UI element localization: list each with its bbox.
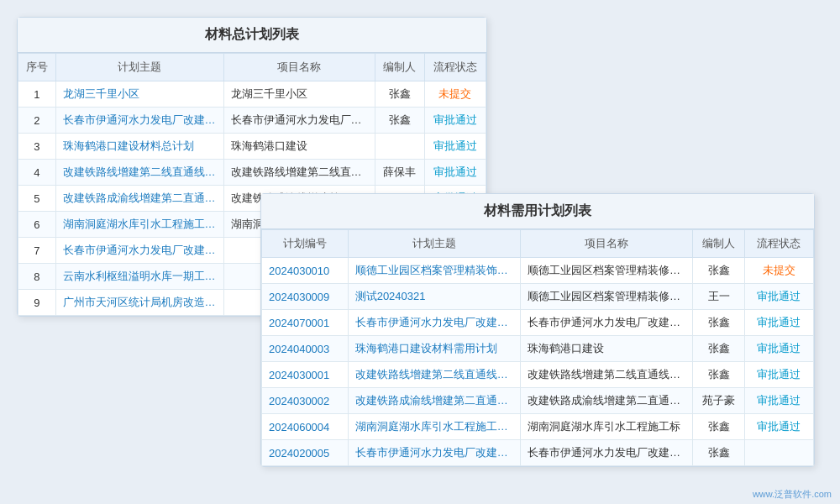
need-plan-table: 材料需用计划列表 计划编号 计划主题 项目名称 编制人 流程状态 2024030… <box>260 193 815 467</box>
cell-plan-no[interactable]: 2024070001 <box>262 310 349 336</box>
cell-theme2[interactable]: 长春市伊通河水力发电厂改建工程合... <box>348 310 520 336</box>
cell-seq: 8 <box>18 264 56 290</box>
cell-theme2[interactable]: 测试20240321 <box>348 284 520 310</box>
table-row[interactable]: 2024030002 改建铁路成渝线增建第二直通线（成... 改建铁路成渝线增建… <box>262 388 814 414</box>
cell-theme[interactable]: 长春市伊通河水力发电厂改建工程材料总计划 <box>55 238 223 264</box>
col-seq: 序号 <box>18 54 56 81</box>
cell-editor2: 张鑫 <box>693 258 745 284</box>
cell-plan-no[interactable]: 2024060004 <box>262 414 349 440</box>
cell-status2: 审批通过 <box>744 310 813 336</box>
cell-project: 改建铁路线增建第二线直通线（... <box>223 160 375 186</box>
cell-status2: 未提交 <box>744 258 813 284</box>
cell-theme2[interactable]: 湖南洞庭湖水库引水工程施工标材... <box>348 414 520 440</box>
cell-project2: 长春市伊通河水力发电厂改建工程 <box>520 310 692 336</box>
cell-plan-no[interactable]: 2024020005 <box>262 440 349 466</box>
cell-theme2[interactable]: 改建铁路成渝线增建第二直通线（成... <box>348 388 520 414</box>
cell-status2 <box>744 440 813 466</box>
cell-project2: 顺德工业园区档案管理精装修工程（... <box>520 258 692 284</box>
cell-editor: 张鑫 <box>375 108 424 134</box>
cell-editor2: 张鑫 <box>693 362 745 388</box>
cell-editor: 张鑫 <box>375 81 424 108</box>
cell-status2: 审批通过 <box>744 284 813 310</box>
cell-status2: 审批通过 <box>744 362 813 388</box>
need-plan-data-table: 计划编号 计划主题 项目名称 编制人 流程状态 2024030010 顺德工业园… <box>261 229 814 466</box>
cell-theme2[interactable]: 顺德工业园区档案管理精装饰工程（... <box>348 258 520 284</box>
watermark-brand: 泛普软件 <box>774 489 811 499</box>
table-row[interactable]: 1 龙湖三千里小区 龙湖三千里小区 张鑫 未提交 <box>18 81 486 108</box>
table-row[interactable]: 2024030009 测试20240321 顺德工业园区档案管理精装修工程（..… <box>262 284 814 310</box>
total-plan-header-row: 序号 计划主题 项目名称 编制人 流程状态 <box>18 54 486 81</box>
cell-seq: 6 <box>18 212 56 238</box>
col-editor2: 编制人 <box>693 230 745 258</box>
cell-seq: 4 <box>18 160 56 186</box>
cell-theme2[interactable]: 珠海鹤港口建设材料需用计划 <box>348 336 520 362</box>
col-status: 流程状态 <box>424 54 486 81</box>
col-plan-no: 计划编号 <box>262 230 349 258</box>
cell-theme[interactable]: 云南水利枢纽溢明水库一期工程施工标材料... <box>55 264 223 290</box>
cell-project: 珠海鹤港口建设 <box>223 134 375 160</box>
cell-editor: 薛保丰 <box>375 160 424 186</box>
table-row[interactable]: 2024030010 顺德工业园区档案管理精装饰工程（... 顺德工业园区档案管… <box>262 258 814 284</box>
cell-editor2: 张鑫 <box>693 414 745 440</box>
cell-status: 审批通过 <box>424 108 486 134</box>
table-row[interactable]: 2024070001 长春市伊通河水力发电厂改建工程合... 长春市伊通河水力发… <box>262 310 814 336</box>
table-row[interactable]: 2024060004 湖南洞庭湖水库引水工程施工标材... 湖南洞庭湖水库引水工… <box>262 414 814 440</box>
cell-theme2[interactable]: 长春市伊通河水力发电厂改建工程材... <box>348 440 520 466</box>
cell-seq: 2 <box>18 108 56 134</box>
need-plan-header-row: 计划编号 计划主题 项目名称 编制人 流程状态 <box>262 230 814 258</box>
cell-project: 长春市伊通河水力发电厂改建工程 <box>223 108 375 134</box>
cell-plan-no[interactable]: 2024030001 <box>262 362 349 388</box>
table-row[interactable]: 2024020005 长春市伊通河水力发电厂改建工程材... 长春市伊通河水力发… <box>262 440 814 466</box>
cell-status: 审批通过 <box>424 160 486 186</box>
cell-theme[interactable]: 改建铁路成渝线增建第二直通线（成渝枢纽... <box>55 186 223 212</box>
cell-project2: 珠海鹤港口建设 <box>520 336 692 362</box>
cell-seq: 1 <box>18 81 56 108</box>
cell-editor <box>375 134 424 160</box>
col-status2: 流程状态 <box>744 230 813 258</box>
cell-plan-no[interactable]: 2024030009 <box>262 284 349 310</box>
cell-status: 审批通过 <box>424 134 486 160</box>
table-row[interactable]: 4 改建铁路线增建第二线直通线（成都-西安）... 改建铁路线增建第二线直通线（… <box>18 160 486 186</box>
col-project: 项目名称 <box>223 54 375 81</box>
cell-seq: 5 <box>18 186 56 212</box>
total-plan-title: 材料总计划列表 <box>18 18 486 53</box>
cell-theme[interactable]: 长春市伊通河水力发电厂改建工程合同材料... <box>55 108 223 134</box>
cell-theme[interactable]: 改建铁路线增建第二线直通线（成都-西安）... <box>55 160 223 186</box>
col-project2: 项目名称 <box>520 230 692 258</box>
cell-project: 龙湖三千里小区 <box>223 81 375 108</box>
cell-editor2: 苑子豪 <box>693 388 745 414</box>
cell-seq: 9 <box>18 290 56 316</box>
table-row[interactable]: 2024030001 改建铁路线增建第二线直通线（成都... 改建铁路线增建第二… <box>262 362 814 388</box>
cell-status2: 审批通过 <box>744 336 813 362</box>
cell-status2: 审批通过 <box>744 388 813 414</box>
table-row[interactable]: 3 珠海鹤港口建设材料总计划 珠海鹤港口建设 审批通过 <box>18 134 486 160</box>
col-theme2: 计划主题 <box>348 230 520 258</box>
cell-theme[interactable]: 广州市天河区统计局机房改造项目材料总计划 <box>55 290 223 316</box>
cell-project2: 改建铁路成渝线增建第二直通线（成... <box>520 388 692 414</box>
table-row[interactable]: 2 长春市伊通河水力发电厂改建工程合同材料... 长春市伊通河水力发电厂改建工程… <box>18 108 486 134</box>
cell-editor2: 张鑫 <box>693 336 745 362</box>
cell-status2: 审批通过 <box>744 414 813 440</box>
cell-theme[interactable]: 龙湖三千里小区 <box>55 81 223 108</box>
cell-editor2: 张鑫 <box>693 440 745 466</box>
cell-editor2: 张鑫 <box>693 310 745 336</box>
cell-plan-no[interactable]: 2024040003 <box>262 336 349 362</box>
cell-seq: 3 <box>18 134 56 160</box>
watermark-suffix: .com <box>811 489 832 499</box>
cell-project2: 顺德工业园区档案管理精装修工程（... <box>520 284 692 310</box>
cell-theme[interactable]: 珠海鹤港口建设材料总计划 <box>55 134 223 160</box>
cell-project2: 改建铁路线增建第二线直通线（成都... <box>520 362 692 388</box>
cell-plan-no[interactable]: 2024030002 <box>262 388 349 414</box>
watermark: www.泛普软件.com <box>753 488 832 501</box>
cell-plan-no[interactable]: 2024030010 <box>262 258 349 284</box>
cell-seq: 7 <box>18 238 56 264</box>
cell-project2: 长春市伊通河水力发电厂改建工程 <box>520 440 692 466</box>
need-plan-title: 材料需用计划列表 <box>261 194 814 229</box>
cell-project2: 湖南洞庭湖水库引水工程施工标 <box>520 414 692 440</box>
col-theme: 计划主题 <box>55 54 223 81</box>
cell-theme[interactable]: 湖南洞庭湖水库引水工程施工标材料总计划 <box>55 212 223 238</box>
col-editor: 编制人 <box>375 54 424 81</box>
cell-theme2[interactable]: 改建铁路线增建第二线直通线（成都... <box>348 362 520 388</box>
cell-editor2: 王一 <box>693 284 745 310</box>
table-row[interactable]: 2024040003 珠海鹤港口建设材料需用计划 珠海鹤港口建设 张鑫 审批通过 <box>262 336 814 362</box>
